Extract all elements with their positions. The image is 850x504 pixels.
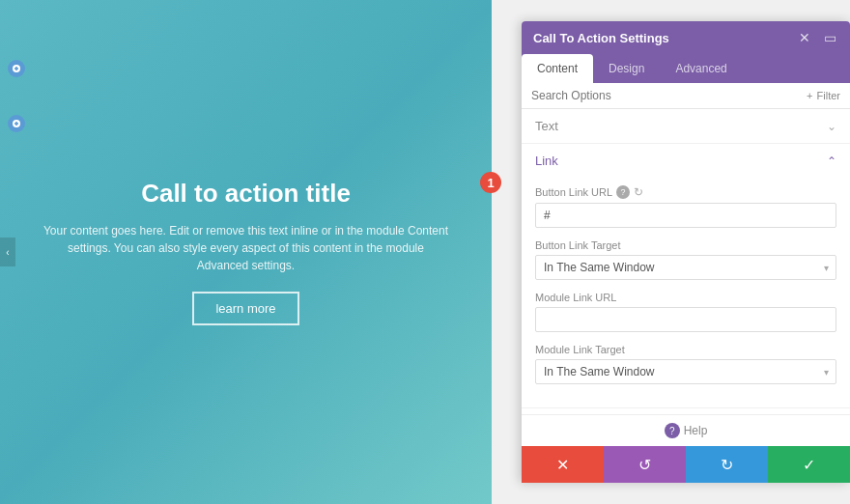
help-circle-icon: ? [665, 423, 680, 438]
undo-button[interactable]: ↺ [604, 446, 686, 483]
search-input[interactable] [531, 89, 801, 102]
left-arrow-icon[interactable]: ‹ [0, 238, 15, 266]
section-link-label: Link [535, 154, 558, 168]
button-link-target-select[interactable]: In The Same Window In The New Tab [535, 255, 836, 280]
learn-more-button[interactable]: learn more [192, 292, 298, 325]
filter-button[interactable]: + Filter [807, 90, 840, 101]
button-link-url-group: Button Link URL ? ↻ [535, 185, 836, 228]
cancel-button[interactable]: ✕ [522, 446, 604, 483]
expand-icon[interactable]: ▭ [821, 29, 838, 46]
panel-tabs: Content Design Advanced [522, 54, 850, 83]
canvas-body-text: Your content goes here. Edit or remove t… [43, 222, 449, 274]
button-link-target-label: Button Link Target [535, 239, 836, 251]
module-link-target-select[interactable]: In The Same Window In The New Tab [535, 359, 836, 384]
filter-icon: + [807, 90, 812, 101]
section-text[interactable]: Text ⌄ [522, 109, 850, 144]
search-bar: + Filter [522, 83, 850, 109]
module-link-target-wrap: In The Same Window In The New Tab ▾ [535, 359, 836, 384]
panel-actions: ✕ ↺ ↻ ✓ [522, 446, 850, 483]
module-link-url-label: Module Link URL [535, 292, 836, 303]
save-button[interactable]: ✓ [768, 446, 850, 483]
tab-advanced[interactable]: Advanced [660, 54, 742, 83]
module-link-target-label: Module Link Target [535, 344, 836, 355]
button-link-url-input[interactable] [535, 203, 836, 228]
panel-header-icons: ✕ ▭ [796, 29, 838, 46]
module-link-target-group: Module Link Target In The Same Window In… [535, 344, 836, 384]
step-badge: 1 [480, 172, 501, 193]
edit-icon-bottom[interactable] [8, 115, 25, 132]
redo-button[interactable]: ↻ [686, 446, 768, 483]
module-link-url-input[interactable] [535, 307, 836, 332]
section-link[interactable]: Link ⌃ [522, 144, 850, 178]
module-link-url-group: Module Link URL [535, 292, 836, 332]
button-url-refresh-icon[interactable]: ↻ [634, 185, 643, 199]
canvas-title: Call to action title [43, 179, 449, 209]
button-link-target-wrap: In The Same Window In The New Tab ▾ [535, 255, 836, 280]
panel-title: Call To Action Settings [533, 31, 669, 45]
edit-icon-top[interactable] [8, 60, 25, 77]
chevron-up-link: ⌃ [827, 154, 836, 168]
tab-design[interactable]: Design [593, 54, 660, 83]
help-link[interactable]: ? Help [665, 423, 708, 438]
button-link-target-group: Button Link Target In The Same Window In… [535, 239, 836, 280]
tab-content[interactable]: Content [522, 54, 593, 83]
section-link-content: Button Link URL ? ↻ Button Link Target I… [522, 178, 850, 408]
canvas-content: Call to action title Your content goes h… [24, 159, 468, 345]
section-text-label: Text [535, 119, 558, 133]
settings-panel: Call To Action Settings ✕ ▭ Content Desi… [522, 21, 850, 483]
button-link-url-label: Button Link URL ? ↻ [535, 185, 836, 199]
chevron-down-text: ⌄ [827, 120, 836, 133]
panel-body: Text ⌄ Link ⌃ Button Link URL ? ↻ Button… [522, 109, 850, 414]
panel-header: Call To Action Settings ✕ ▭ [522, 21, 850, 54]
button-url-help-icon[interactable]: ? [616, 185, 630, 199]
close-icon[interactable]: ✕ [796, 29, 813, 46]
canvas-area: Call to action title Your content goes h… [0, 0, 492, 504]
panel-footer: ? Help [522, 414, 850, 446]
